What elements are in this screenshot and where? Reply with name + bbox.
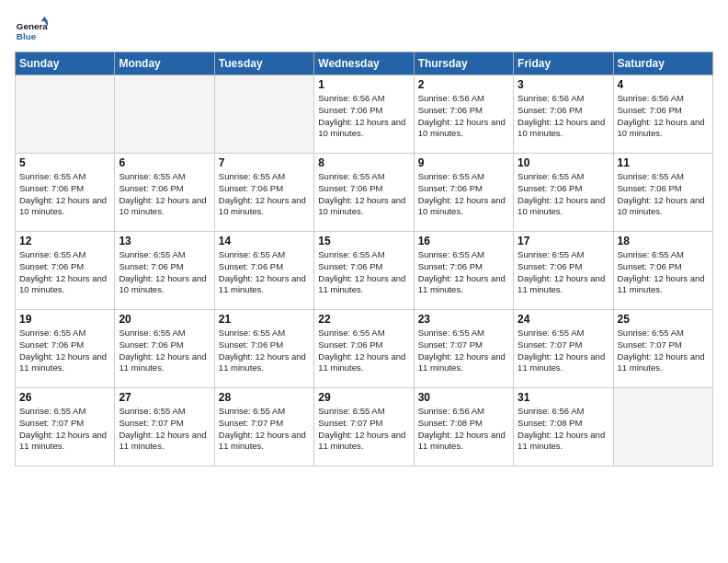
calendar-cell: 9Sunrise: 6:55 AMSunset: 7:06 PMDaylight… bbox=[414, 154, 513, 232]
column-header-wednesday: Wednesday bbox=[314, 52, 414, 75]
calendar-cell: 17Sunrise: 6:55 AMSunset: 7:06 PMDayligh… bbox=[514, 232, 613, 310]
calendar-cell: 21Sunrise: 6:55 AMSunset: 7:06 PMDayligh… bbox=[214, 310, 313, 388]
cell-info: Sunrise: 6:55 AMSunset: 7:06 PMDaylight:… bbox=[418, 171, 509, 218]
calendar-cell: 2Sunrise: 6:56 AMSunset: 7:06 PMDaylight… bbox=[414, 75, 513, 154]
cell-info: Sunrise: 6:55 AMSunset: 7:06 PMDaylight:… bbox=[19, 249, 110, 296]
cell-info: Sunrise: 6:55 AMSunset: 7:06 PMDaylight:… bbox=[318, 249, 409, 296]
calendar-cell: 26Sunrise: 6:55 AMSunset: 7:07 PMDayligh… bbox=[16, 388, 115, 466]
calendar-cell: 18Sunrise: 6:55 AMSunset: 7:06 PMDayligh… bbox=[613, 232, 712, 310]
calendar-cell: 25Sunrise: 6:55 AMSunset: 7:07 PMDayligh… bbox=[613, 310, 712, 388]
day-number: 6 bbox=[119, 156, 210, 169]
day-number: 1 bbox=[318, 78, 409, 91]
day-number: 9 bbox=[418, 156, 509, 169]
day-number: 20 bbox=[119, 313, 210, 326]
cell-info: Sunrise: 6:55 AMSunset: 7:06 PMDaylight:… bbox=[219, 171, 310, 218]
column-header-thursday: Thursday bbox=[414, 52, 513, 75]
calendar-cell: 8Sunrise: 6:55 AMSunset: 7:06 PMDaylight… bbox=[314, 154, 414, 232]
day-number: 25 bbox=[618, 313, 709, 326]
svg-text:General: General bbox=[17, 21, 48, 31]
calendar-cell: 11Sunrise: 6:55 AMSunset: 7:06 PMDayligh… bbox=[613, 154, 712, 232]
day-number: 22 bbox=[318, 313, 409, 326]
day-number: 30 bbox=[418, 391, 509, 404]
cell-info: Sunrise: 6:56 AMSunset: 7:08 PMDaylight:… bbox=[518, 406, 609, 453]
cell-info: Sunrise: 6:55 AMSunset: 7:07 PMDaylight:… bbox=[119, 406, 210, 453]
cell-info: Sunrise: 6:55 AMSunset: 7:06 PMDaylight:… bbox=[418, 249, 509, 296]
calendar-cell: 30Sunrise: 6:56 AMSunset: 7:08 PMDayligh… bbox=[414, 388, 513, 466]
cell-info: Sunrise: 6:55 AMSunset: 7:06 PMDaylight:… bbox=[219, 327, 310, 374]
calendar-week-3: 12Sunrise: 6:55 AMSunset: 7:06 PMDayligh… bbox=[16, 232, 713, 310]
calendar-cell: 6Sunrise: 6:55 AMSunset: 7:06 PMDaylight… bbox=[115, 154, 214, 232]
day-number: 8 bbox=[318, 156, 409, 169]
calendar-cell bbox=[214, 75, 313, 154]
cell-info: Sunrise: 6:55 AMSunset: 7:06 PMDaylight:… bbox=[19, 171, 110, 218]
cell-info: Sunrise: 6:55 AMSunset: 7:07 PMDaylight:… bbox=[418, 327, 509, 374]
cell-info: Sunrise: 6:55 AMSunset: 7:07 PMDaylight:… bbox=[518, 327, 609, 374]
cell-info: Sunrise: 6:55 AMSunset: 7:06 PMDaylight:… bbox=[119, 249, 210, 296]
calendar-cell bbox=[16, 75, 115, 154]
cell-info: Sunrise: 6:55 AMSunset: 7:06 PMDaylight:… bbox=[618, 249, 709, 296]
calendar-cell: 20Sunrise: 6:55 AMSunset: 7:06 PMDayligh… bbox=[115, 310, 214, 388]
cell-info: Sunrise: 6:55 AMSunset: 7:06 PMDaylight:… bbox=[318, 171, 409, 218]
cell-info: Sunrise: 6:55 AMSunset: 7:07 PMDaylight:… bbox=[19, 406, 110, 453]
svg-text:Blue: Blue bbox=[17, 31, 37, 41]
day-number: 27 bbox=[119, 391, 210, 404]
page-header: General Blue bbox=[15, 15, 713, 48]
cell-info: Sunrise: 6:56 AMSunset: 7:06 PMDaylight:… bbox=[518, 93, 609, 140]
logo: General Blue bbox=[15, 15, 48, 48]
day-number: 15 bbox=[318, 235, 409, 247]
column-header-monday: Monday bbox=[115, 52, 214, 75]
cell-info: Sunrise: 6:56 AMSunset: 7:08 PMDaylight:… bbox=[418, 406, 509, 453]
calendar-cell: 23Sunrise: 6:55 AMSunset: 7:07 PMDayligh… bbox=[414, 310, 513, 388]
cell-info: Sunrise: 6:56 AMSunset: 7:06 PMDaylight:… bbox=[318, 93, 409, 140]
svg-marker-2 bbox=[41, 17, 48, 21]
calendar-table: SundayMondayTuesdayWednesdayThursdayFrid… bbox=[15, 52, 713, 466]
calendar-cell: 4Sunrise: 6:56 AMSunset: 7:06 PMDaylight… bbox=[613, 75, 712, 154]
calendar-cell bbox=[115, 75, 214, 154]
day-number: 28 bbox=[219, 391, 310, 404]
day-number: 11 bbox=[618, 156, 709, 169]
day-number: 29 bbox=[318, 391, 409, 404]
calendar-cell: 22Sunrise: 6:55 AMSunset: 7:06 PMDayligh… bbox=[314, 310, 414, 388]
calendar-cell: 1Sunrise: 6:56 AMSunset: 7:06 PMDaylight… bbox=[314, 75, 414, 154]
cell-info: Sunrise: 6:55 AMSunset: 7:07 PMDaylight:… bbox=[618, 327, 709, 374]
cell-info: Sunrise: 6:55 AMSunset: 7:06 PMDaylight:… bbox=[119, 171, 210, 218]
cell-info: Sunrise: 6:55 AMSunset: 7:06 PMDaylight:… bbox=[518, 249, 609, 296]
day-number: 18 bbox=[618, 235, 709, 247]
day-number: 14 bbox=[219, 235, 310, 247]
cell-info: Sunrise: 6:55 AMSunset: 7:06 PMDaylight:… bbox=[318, 327, 409, 374]
calendar-cell: 28Sunrise: 6:55 AMSunset: 7:07 PMDayligh… bbox=[214, 388, 313, 466]
calendar-cell: 13Sunrise: 6:55 AMSunset: 7:06 PMDayligh… bbox=[115, 232, 214, 310]
day-number: 26 bbox=[19, 391, 110, 404]
calendar-cell: 15Sunrise: 6:55 AMSunset: 7:06 PMDayligh… bbox=[314, 232, 414, 310]
day-number: 13 bbox=[119, 235, 210, 247]
cell-info: Sunrise: 6:56 AMSunset: 7:06 PMDaylight:… bbox=[418, 93, 509, 140]
logo-icon: General Blue bbox=[15, 15, 48, 48]
cell-info: Sunrise: 6:55 AMSunset: 7:06 PMDaylight:… bbox=[119, 327, 210, 374]
day-number: 31 bbox=[518, 391, 609, 404]
column-header-friday: Friday bbox=[514, 52, 613, 75]
day-number: 19 bbox=[19, 313, 110, 326]
cell-info: Sunrise: 6:55 AMSunset: 7:06 PMDaylight:… bbox=[19, 327, 110, 374]
day-number: 5 bbox=[19, 156, 110, 169]
calendar-cell: 27Sunrise: 6:55 AMSunset: 7:07 PMDayligh… bbox=[115, 388, 214, 466]
calendar-cell: 19Sunrise: 6:55 AMSunset: 7:06 PMDayligh… bbox=[16, 310, 115, 388]
calendar-cell: 16Sunrise: 6:55 AMSunset: 7:06 PMDayligh… bbox=[414, 232, 513, 310]
day-number: 17 bbox=[518, 235, 609, 247]
day-number: 21 bbox=[219, 313, 310, 326]
day-number: 3 bbox=[518, 78, 609, 91]
cell-info: Sunrise: 6:55 AMSunset: 7:06 PMDaylight:… bbox=[219, 249, 310, 296]
calendar-week-5: 26Sunrise: 6:55 AMSunset: 7:07 PMDayligh… bbox=[16, 388, 713, 466]
calendar-cell: 3Sunrise: 6:56 AMSunset: 7:06 PMDaylight… bbox=[514, 75, 613, 154]
day-number: 10 bbox=[518, 156, 609, 169]
column-header-tuesday: Tuesday bbox=[214, 52, 313, 75]
day-number: 12 bbox=[19, 235, 110, 247]
column-header-saturday: Saturday bbox=[613, 52, 712, 75]
column-header-sunday: Sunday bbox=[16, 52, 115, 75]
calendar-cell: 31Sunrise: 6:56 AMSunset: 7:08 PMDayligh… bbox=[514, 388, 613, 466]
day-number: 24 bbox=[518, 313, 609, 326]
calendar-header-row: SundayMondayTuesdayWednesdayThursdayFrid… bbox=[16, 52, 713, 75]
cell-info: Sunrise: 6:56 AMSunset: 7:06 PMDaylight:… bbox=[618, 93, 709, 140]
calendar-cell: 29Sunrise: 6:55 AMSunset: 7:07 PMDayligh… bbox=[314, 388, 414, 466]
calendar-cell: 10Sunrise: 6:55 AMSunset: 7:06 PMDayligh… bbox=[514, 154, 613, 232]
cell-info: Sunrise: 6:55 AMSunset: 7:06 PMDaylight:… bbox=[618, 171, 709, 218]
